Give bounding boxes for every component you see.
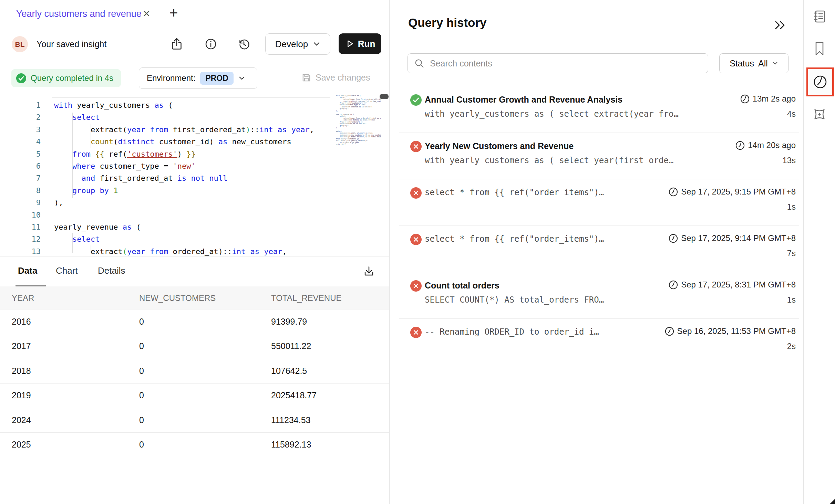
- query-history-item[interactable]: select * from {{ ref("order_items")…Sep …: [399, 226, 799, 272]
- query-history-rail-button-active[interactable]: [806, 67, 834, 96]
- history-item-code-preview: with yearly_customers as ( select year(f…: [425, 156, 673, 165]
- status-filter-dropdown[interactable]: Status All: [719, 53, 788, 73]
- query-history-list: Annual Customer Growth and Revenue Analy…: [399, 86, 799, 365]
- tab-data[interactable]: Data: [18, 265, 37, 276]
- column-header-year[interactable]: YEAR: [12, 293, 34, 303]
- history-item-timestamp: Sep 17, 2025, 8:31 PM GMT+8: [669, 280, 796, 290]
- error-x-icon: [410, 280, 422, 292]
- clock-icon: [735, 141, 745, 150]
- run-button[interactable]: Run: [339, 33, 381, 54]
- line-number: 8: [21, 185, 41, 197]
- table-cell: 2019: [12, 390, 31, 400]
- query-status-badge: Query completed in 4s: [11, 69, 121, 87]
- table-cell: 0: [139, 341, 144, 351]
- table-cell: 107642.5: [271, 366, 307, 376]
- indent-guide: [72, 113, 73, 198]
- environment-selector[interactable]: Environment: PROD: [139, 67, 257, 89]
- code-line: count(distinct customer_id) as new_custo…: [54, 136, 330, 148]
- resize-corner[interactable]: [830, 499, 835, 504]
- tab-divider: [162, 4, 162, 24]
- query-history-item[interactable]: Yearly New Customers and Revenuewith yea…: [399, 133, 799, 179]
- indent-guide: [72, 233, 73, 253]
- code-line: [54, 209, 330, 221]
- clock-icon: [669, 234, 678, 243]
- rail-divider: [804, 32, 835, 32]
- avatar[interactable]: BL: [12, 36, 28, 52]
- sql-editor[interactable]: 12345678910111213 with yearly_customers …: [0, 96, 389, 253]
- table-cell: 2025: [12, 440, 31, 450]
- collapse-panel-icon[interactable]: [774, 19, 787, 32]
- develop-dropdown[interactable]: Develop: [265, 33, 330, 55]
- table-row: 201902025418.77: [0, 384, 389, 408]
- line-number: 7: [21, 172, 41, 184]
- line-number: 11: [21, 221, 41, 233]
- bookmark-icon[interactable]: [804, 41, 835, 56]
- editor-scrollbar[interactable]: [380, 94, 389, 99]
- column-header-new-customers[interactable]: NEW_CUSTOMERS: [139, 293, 216, 303]
- table-row: 20170550011.22: [0, 334, 389, 359]
- history-item-code-preview: with yearly_customers as ( select extrac…: [425, 109, 679, 119]
- table-cell: 2017: [12, 341, 31, 351]
- notebook-icon[interactable]: [804, 9, 835, 24]
- editor-code-area[interactable]: with yearly_customers as ( select extrac…: [54, 99, 330, 258]
- status-filter-value: All: [758, 59, 768, 69]
- code-line: select: [54, 233, 330, 245]
- history-item-duration: 7s: [787, 249, 796, 258]
- new-tab-button[interactable]: +: [169, 5, 178, 21]
- query-history-item[interactable]: -- Renaming ORDER_ID to order_id i…Sep 1…: [399, 319, 799, 365]
- status-filter-label: Status: [730, 59, 754, 69]
- table-row: 2016091399.79: [0, 310, 389, 334]
- app-window: Yearly customers and revenue ✕ + BL Your…: [0, 0, 835, 504]
- line-number: 4: [21, 136, 41, 148]
- history-item-title: -- Renaming ORDER_ID to order_id i…: [425, 327, 599, 337]
- code-line: group by 1: [54, 185, 330, 197]
- tab-yearly-customers-and-revenue[interactable]: Yearly customers and revenue: [16, 9, 142, 19]
- editor-minimap[interactable]: with yearly_customers as ( select extrac…: [336, 95, 381, 246]
- table-cell: 2018: [12, 366, 31, 376]
- results-table-body: 2016091399.7920170550011.2220180107642.5…: [0, 310, 389, 457]
- query-history-item[interactable]: Annual Customer Growth and Revenue Analy…: [399, 86, 799, 133]
- share-icon[interactable]: [169, 36, 185, 52]
- info-icon[interactable]: [203, 36, 219, 52]
- tab-details[interactable]: Details: [98, 265, 125, 276]
- history-item-timestamp: 14m 20s ago: [735, 140, 796, 150]
- clock-icon: [669, 187, 678, 197]
- editor-tab-bar: Yearly customers and revenue ✕ +: [0, 0, 389, 29]
- check-circle-icon: [16, 73, 27, 84]
- version-history-icon[interactable]: [236, 36, 252, 52]
- code-line: and first_ordered_at is not null: [54, 172, 330, 184]
- error-x-icon: [410, 326, 422, 338]
- save-changes-label: Save changes: [316, 73, 370, 83]
- tab-chart[interactable]: Chart: [56, 265, 78, 276]
- query-history-item[interactable]: Count total ordersSELECT COUNT(*) AS tot…: [399, 272, 799, 319]
- history-item-timestamp: Sep 17, 2025, 9:14 PM GMT+8: [669, 233, 796, 243]
- line-number: 2: [21, 111, 41, 123]
- history-item-title: Count total orders: [425, 281, 499, 291]
- save-changes-button[interactable]: Save changes: [301, 72, 370, 83]
- history-item-timestamp: 13m 2s ago: [740, 94, 796, 104]
- clock-icon: [665, 327, 674, 336]
- clock-icon: [669, 280, 678, 290]
- code-line: extract(year from ordered_at)::int as ye…: [54, 245, 330, 258]
- table-row: 20240111234.53: [0, 408, 389, 433]
- download-results-icon[interactable]: [361, 263, 377, 279]
- code-line: ),: [54, 197, 330, 209]
- table-cell: 0: [139, 390, 144, 400]
- table-cell: 2016: [12, 317, 31, 327]
- chevron-down-icon: [313, 42, 320, 46]
- error-x-icon: [410, 233, 422, 245]
- history-item-duration: 1s: [787, 202, 796, 212]
- run-label: Run: [358, 39, 375, 49]
- history-item-timestamp: Sep 17, 2025, 9:15 PM GMT+8: [669, 187, 796, 197]
- copilot-icon[interactable]: [804, 106, 835, 123]
- success-check-icon: [410, 94, 422, 106]
- pane-divider[interactable]: [389, 0, 390, 504]
- search-input[interactable]: [429, 58, 708, 69]
- close-tab-icon[interactable]: ✕: [143, 8, 151, 19]
- insight-subtitle: Your saved insight: [37, 39, 106, 49]
- query-history-item[interactable]: select * from {{ ref("order_items")…Sep …: [399, 179, 799, 226]
- table-row: 20180107642.5: [0, 359, 389, 384]
- history-item-title: Annual Customer Growth and Revenue Analy…: [425, 95, 622, 105]
- column-header-total-revenue[interactable]: TOTAL_REVENUE: [271, 293, 342, 303]
- history-item-title: select * from {{ ref("order_items")…: [425, 188, 604, 197]
